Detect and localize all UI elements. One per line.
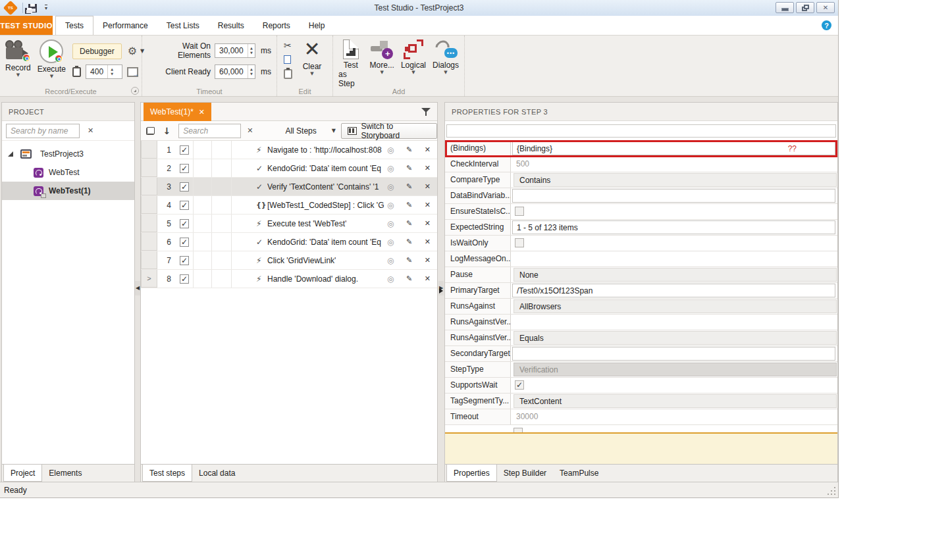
test-as-step-button[interactable]: Test as Step bbox=[338, 39, 363, 88]
step-enabled-checkbox[interactable]: ✓ bbox=[180, 238, 189, 247]
property-checkbox[interactable]: ✓ bbox=[515, 380, 524, 390]
record-dropdown-icon[interactable]: ▼ bbox=[16, 73, 20, 78]
step-target-icon[interactable]: ◎ bbox=[387, 220, 394, 228]
step-delete-icon[interactable]: ✕ bbox=[425, 146, 431, 153]
execute-button[interactable]: Execute ▼ bbox=[38, 39, 66, 79]
property-value[interactable]: 1 - 5 of 123 items bbox=[511, 220, 837, 235]
project-search-input[interactable] bbox=[6, 124, 80, 138]
step-row[interactable]: > 8 ✓ ⚡ Handle 'Download' dialog. ◎ ✎ ✕ bbox=[141, 270, 437, 288]
property-value[interactable]: Verification bbox=[511, 362, 837, 377]
step-delete-icon[interactable]: ✕ bbox=[425, 275, 431, 282]
tree-item-project[interactable]: TestProject3 bbox=[2, 145, 134, 163]
tab-help[interactable]: Help bbox=[300, 16, 334, 35]
property-row[interactable]: PrimaryTarget /Test0/x15Of123Span bbox=[445, 283, 837, 299]
tab-reports[interactable]: Reports bbox=[253, 16, 300, 35]
property-row[interactable]: CompareType Contains bbox=[445, 172, 837, 188]
steps-filter-select[interactable]: All Steps ▼ bbox=[270, 126, 336, 136]
client-ready-spinner[interactable]: 60,000 ▲▼ bbox=[215, 64, 255, 79]
tab-test-lists[interactable]: Test Lists bbox=[157, 16, 209, 35]
step-gutter[interactable]: > bbox=[141, 270, 157, 288]
property-row[interactable]: IsWaitOnly bbox=[445, 236, 837, 251]
property-row[interactable]: LogMessageOn... bbox=[445, 251, 837, 267]
step-row[interactable]: 6 ✓ ✓ KendoGrid: 'Data' item count 'Eq ◎… bbox=[141, 233, 437, 251]
tab-close-icon[interactable]: ✕ bbox=[199, 109, 205, 116]
dialogs-dropdown-icon[interactable]: ▼ bbox=[444, 70, 447, 75]
speed-spinner[interactable]: 400 ▲▼ bbox=[86, 64, 122, 79]
tab-project[interactable]: Project bbox=[3, 465, 42, 482]
property-row[interactable]: RunsAgainst AllBrowsers bbox=[445, 299, 837, 315]
tab-properties[interactable]: Properties bbox=[446, 465, 497, 482]
property-value[interactable] bbox=[511, 236, 837, 251]
step-target-icon[interactable]: ◎ bbox=[387, 146, 394, 154]
collapse-left-splitter[interactable]: ◀ bbox=[135, 281, 140, 295]
property-row[interactable]: CheckInterval 500 bbox=[445, 157, 837, 172]
step-target-icon[interactable]: ◎ bbox=[387, 183, 394, 191]
restore-button[interactable] bbox=[796, 2, 814, 13]
annotation-icon[interactable] bbox=[72, 67, 81, 77]
property-value[interactable]: Contains bbox=[511, 172, 837, 188]
property-row[interactable]: TagSegmentTy... TextContent bbox=[445, 394, 837, 409]
tab-tests[interactable]: Tests bbox=[55, 16, 93, 35]
property-value[interactable]: Equals bbox=[511, 330, 837, 345]
step-target-icon[interactable]: ◎ bbox=[387, 165, 394, 172]
tab-local-data[interactable]: Local data bbox=[192, 465, 242, 482]
collapse-icon[interactable] bbox=[8, 151, 13, 157]
step-edit-icon[interactable]: ✎ bbox=[406, 257, 412, 264]
property-value[interactable] bbox=[511, 346, 837, 361]
tab-test-steps[interactable]: Test steps bbox=[142, 465, 192, 482]
step-enabled-checkbox[interactable]: ✓ bbox=[180, 164, 189, 173]
property-value[interactable]: TextContent bbox=[511, 394, 837, 409]
step-gutter[interactable] bbox=[141, 159, 157, 177]
property-value[interactable]: /Test0/x15Of123Span bbox=[511, 283, 837, 298]
step-edit-icon[interactable]: ✎ bbox=[406, 238, 412, 245]
more-dropdown-icon[interactable]: ▼ bbox=[381, 70, 384, 75]
step-enabled-checkbox[interactable]: ✓ bbox=[180, 219, 189, 228]
property-row[interactable]: ExpectedString 1 - 5 of 123 items bbox=[445, 220, 837, 236]
tab-step-builder[interactable]: Step Builder bbox=[497, 465, 553, 482]
properties-filter-input[interactable] bbox=[446, 124, 836, 138]
tree-item-webtest[interactable]: WebTest bbox=[2, 163, 134, 182]
switch-to-storyboard-button[interactable]: Switch to Storyboard bbox=[341, 123, 437, 139]
step-gutter[interactable] bbox=[141, 251, 157, 269]
step-edit-icon[interactable]: ✎ bbox=[406, 275, 412, 282]
step-edit-icon[interactable]: ✎ bbox=[406, 165, 412, 172]
property-value[interactable]: ✓ bbox=[511, 378, 837, 393]
project-search-clear-icon[interactable]: ✕ bbox=[88, 127, 93, 134]
clear-button[interactable]: ✕ Clear ▼ bbox=[299, 38, 325, 82]
copy-icon[interactable] bbox=[284, 55, 291, 64]
wait-on-elements-spinner[interactable]: 30,000 ▲▼ bbox=[215, 43, 255, 58]
dialogs-button[interactable]: ••• Dialogs ▼ bbox=[433, 39, 459, 88]
property-row[interactable]: StepType Verification bbox=[445, 362, 837, 378]
clear-dropdown-icon[interactable]: ▼ bbox=[310, 72, 313, 76]
close-button[interactable]: ✕ bbox=[816, 2, 835, 13]
property-row[interactable]: RunsAgainstVer... bbox=[445, 315, 837, 330]
step-enabled-checkbox[interactable]: ✓ bbox=[180, 182, 189, 191]
step-enabled-checkbox[interactable]: ✓ bbox=[180, 274, 189, 284]
step-target-icon[interactable]: ◎ bbox=[387, 238, 394, 246]
property-value[interactable] bbox=[511, 315, 837, 330]
property-row[interactable]: Pause None bbox=[445, 267, 837, 283]
step-edit-icon[interactable]: ✎ bbox=[406, 146, 412, 153]
debugger-button[interactable]: Debugger bbox=[72, 43, 122, 59]
property-value[interactable]: 500 bbox=[511, 157, 837, 172]
dialog-launcher-icon[interactable] bbox=[131, 87, 139, 95]
open-window-icon[interactable] bbox=[127, 67, 138, 77]
property-row[interactable]: SecondaryTarget bbox=[445, 346, 837, 362]
step-delete-icon[interactable]: ✕ bbox=[425, 183, 431, 190]
step-gutter[interactable] bbox=[141, 233, 157, 251]
step-edit-icon[interactable]: ✎ bbox=[406, 183, 412, 190]
step-row[interactable]: 2 ✓ ✓ KendoGrid: 'Data' item count 'Eq ◎… bbox=[141, 159, 437, 178]
step-edit-icon[interactable]: ✎ bbox=[406, 201, 412, 209]
tab-teampulse[interactable]: TeamPulse bbox=[553, 465, 605, 482]
step-target-icon[interactable]: ◎ bbox=[387, 257, 394, 265]
property-value[interactable]: AllBrowsers bbox=[511, 299, 837, 314]
step-row[interactable]: 4 ✓ {} [WebTest1_CodedStep] : Click 'G ◎… bbox=[141, 196, 437, 215]
expand-all-icon[interactable] bbox=[146, 127, 155, 135]
property-value[interactable] bbox=[511, 204, 837, 219]
record-button[interactable]: Record ▼ bbox=[5, 39, 31, 78]
property-row[interactable]: SupportsWait ✓ bbox=[445, 378, 837, 394]
step-gutter[interactable] bbox=[141, 215, 157, 232]
tree-item-webtest1[interactable]: WebTest(1) bbox=[2, 182, 134, 200]
step-gutter[interactable] bbox=[141, 196, 157, 214]
cut-icon[interactable]: ✂ bbox=[284, 41, 292, 50]
